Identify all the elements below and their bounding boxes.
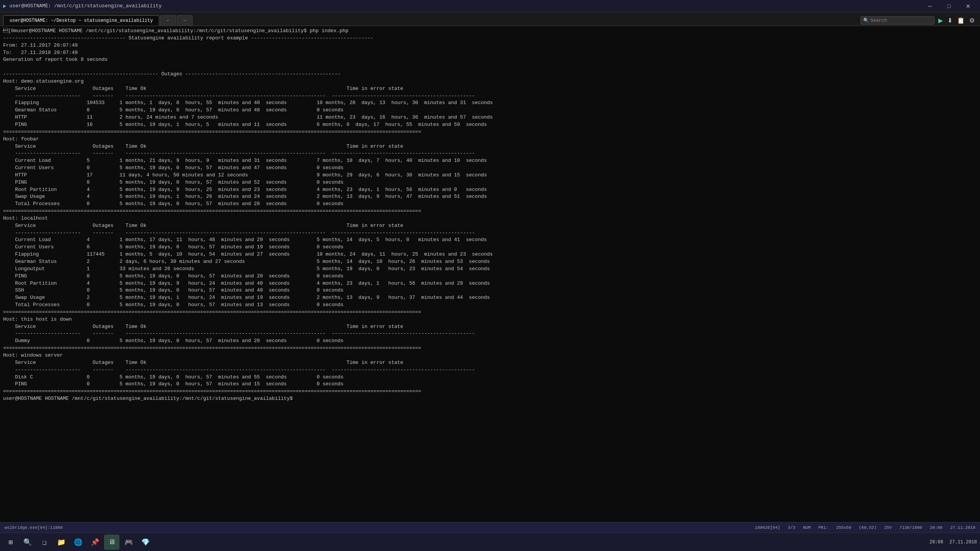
toolbar-action1[interactable]: ▶ bbox=[936, 15, 945, 26]
toolbar-action4[interactable]: ⚙ bbox=[967, 15, 977, 26]
search-taskbar-icon: 🔍 bbox=[23, 538, 32, 546]
start-button[interactable]: ⊞ bbox=[3, 535, 18, 550]
taskbar-time: 20:08 bbox=[929, 540, 943, 545]
pin-icon[interactable]: 📌 bbox=[87, 535, 103, 550]
toolbar-action2[interactable]: ⬇ bbox=[945, 15, 955, 26]
statusbar-info6: (60,52) bbox=[859, 525, 877, 530]
taskbar-right: 20:08 27.11.2018 bbox=[929, 540, 977, 545]
terminal-content: [0muser@HOSTNAME HOSTNAME /mnt/c/git/st… bbox=[3, 28, 977, 403]
titlebar-title: user@HOSTNAME: /mnt/c/git/statusengine_a… bbox=[9, 3, 162, 9]
statusbar-info3: NUM bbox=[803, 525, 811, 530]
tab-back[interactable]: ← bbox=[160, 15, 176, 26]
statusbar-date: 27.11.2018 bbox=[950, 525, 975, 530]
statusbar-info4: PR1: bbox=[818, 525, 828, 530]
terminal-icon: ▶ bbox=[3, 3, 6, 9]
app-icon[interactable]: 💎 bbox=[138, 535, 153, 550]
statusbar-info2: 3/3 bbox=[788, 525, 795, 530]
statusbar-info8: 7136/1800 bbox=[900, 525, 922, 530]
taskbar-date: 27.11.2018 bbox=[949, 540, 977, 545]
search-input[interactable] bbox=[871, 18, 932, 23]
statusbar-right: 180626[64] 3/3 NUM PR1: 255x59 (60,52) 2… bbox=[755, 525, 975, 530]
file-explorer-icon[interactable]: 📁 bbox=[54, 535, 69, 550]
statusbar: wslbridge.exe[64]:11888 180626[64] 3/3 N… bbox=[0, 522, 980, 533]
taskbar-left: ⊞ 🔍 ❑ 📁 🌐 📌 🖥 🎮 💎 bbox=[3, 535, 153, 550]
minimize-button[interactable]: ─ bbox=[921, 0, 939, 12]
titlebar-controls: ─ □ ✕ bbox=[921, 0, 977, 12]
search-button[interactable]: 🔍 bbox=[20, 535, 35, 550]
browser-icon[interactable]: 🌐 bbox=[70, 535, 86, 550]
toolbar-action3[interactable]: 📋 bbox=[955, 15, 967, 26]
statusbar-left: wslbridge.exe[64]:11888 bbox=[5, 525, 63, 530]
close-button[interactable]: ✕ bbox=[959, 0, 977, 12]
titlebar: ▶ user@HOSTNAME: /mnt/c/git/statusengine… bbox=[0, 0, 980, 12]
statusbar-time: 20:08 bbox=[930, 525, 942, 530]
terminal-area[interactable]: [0muser@HOSTNAME HOSTNAME /mnt/c/git/st… bbox=[0, 26, 980, 522]
tab-main[interactable]: user@HOSTNAME: ~/Desktop ~ statusengine_… bbox=[3, 15, 159, 26]
statusbar-info7: 25V bbox=[884, 525, 892, 530]
statusbar-info5: 255x59 bbox=[836, 525, 851, 530]
titlebar-left: ▶ user@HOSTNAME: /mnt/c/git/statusengine… bbox=[3, 3, 162, 9]
search-box: 🔍 bbox=[861, 16, 934, 24]
tabbar: user@HOSTNAME: ~/Desktop ~ statusengine_… bbox=[0, 12, 980, 26]
terminal-taskbar-icon[interactable]: 🖥 bbox=[104, 535, 119, 550]
statusbar-info1: 180626[64] bbox=[755, 525, 780, 530]
task-view-button[interactable]: ❑ bbox=[37, 535, 52, 550]
tab-forward[interactable]: → bbox=[177, 15, 193, 26]
game-icon[interactable]: 🎮 bbox=[121, 535, 136, 550]
task-view-icon: ❑ bbox=[42, 538, 47, 546]
maximize-button[interactable]: □ bbox=[940, 0, 958, 12]
taskbar: ⊞ 🔍 ❑ 📁 🌐 📌 🖥 🎮 💎 20:08 27.11.2018 bbox=[0, 533, 980, 551]
search-icon: 🔍 bbox=[863, 18, 869, 23]
